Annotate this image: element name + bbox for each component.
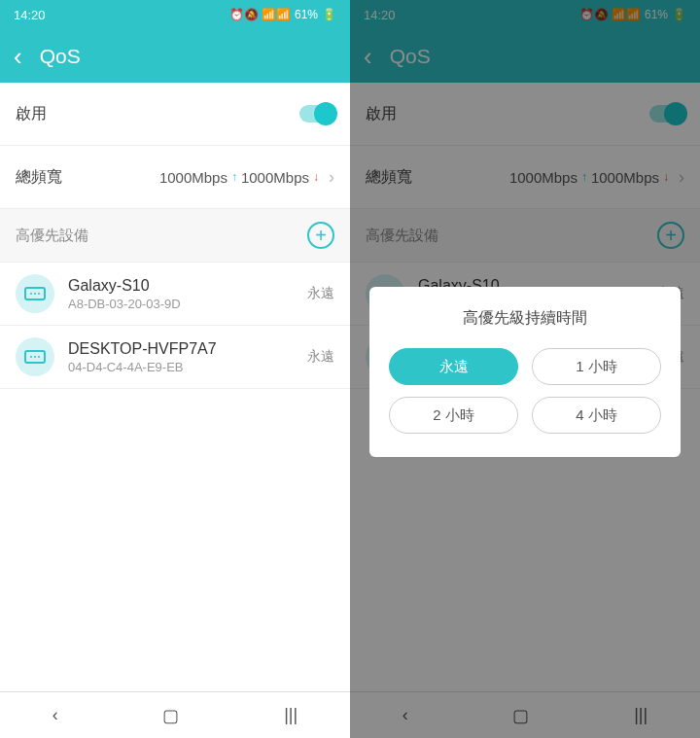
device-row[interactable]: Galaxy-S10 A8-DB-03-20-03-9D 永遠 — [0, 263, 350, 326]
bandwidth-up: 1000Mbps — [159, 169, 228, 186]
bandwidth-down: 1000Mbps — [241, 169, 309, 186]
status-bar: 14:20 ⏰🔕 📶📶 61% 🔋 — [0, 0, 350, 29]
device-mac: 04-D4-C4-4A-E9-EB — [68, 360, 307, 374]
device-icon — [16, 274, 54, 313]
device-duration[interactable]: 永遠 — [307, 348, 334, 366]
screen-main: 14:20 ⏰🔕 📶📶 61% 🔋 ‹ QoS 啟用 總頻寬 1000Mbps↑… — [0, 0, 350, 738]
device-duration[interactable]: 永遠 — [307, 285, 334, 302]
duration-modal: 高優先級持續時間 永遠 1 小時 2 小時 4 小時 — [369, 287, 681, 457]
duration-option-4h[interactable]: 4 小時 — [532, 397, 661, 434]
chevron-right-icon: › — [329, 167, 334, 188]
modal-title: 高優先級持續時間 — [389, 308, 661, 329]
status-time: 14:20 — [14, 8, 46, 22]
page-title: QoS — [40, 45, 81, 68]
screen-modal: 14:20 ⏰🔕 📶📶 61% 🔋 ‹ QoS 啟用 總頻寬 1000Mbps↑… — [350, 0, 700, 738]
device-mac: A8-DB-03-20-03-9D — [68, 297, 307, 311]
app-header: ‹ QoS — [0, 29, 350, 83]
status-icons: ⏰🔕 📶📶 61% 🔋 — [229, 8, 336, 21]
enable-row[interactable]: 啟用 — [0, 83, 350, 146]
nav-back-icon[interactable]: ‹ — [52, 705, 58, 725]
bandwidth-row[interactable]: 總頻寬 1000Mbps↑ 1000Mbps↓ › — [0, 146, 350, 209]
priority-section-header: 高優先設備 + — [0, 209, 350, 263]
device-name: Galaxy-S10 — [68, 277, 307, 295]
nav-home-icon[interactable]: ▢ — [162, 705, 179, 726]
duration-option-1h[interactable]: 1 小時 — [532, 348, 661, 385]
device-name: DESKTOP-HVFP7A7 — [68, 340, 307, 358]
enable-toggle[interactable] — [299, 105, 334, 123]
bandwidth-values: 1000Mbps↑ 1000Mbps↓ › — [159, 167, 334, 188]
device-icon — [16, 337, 54, 376]
arrow-up-icon: ↑ — [231, 170, 237, 184]
nav-recent-icon[interactable]: ||| — [284, 705, 298, 725]
enable-label: 啟用 — [16, 104, 299, 124]
duration-option-forever[interactable]: 永遠 — [389, 348, 518, 385]
system-navbar: ‹ ▢ ||| — [0, 691, 350, 738]
back-icon[interactable]: ‹ — [14, 44, 22, 69]
duration-option-2h[interactable]: 2 小時 — [389, 397, 518, 434]
section-title: 高優先設備 — [16, 227, 307, 245]
arrow-down-icon: ↓ — [313, 170, 319, 184]
add-device-button[interactable]: + — [307, 222, 334, 249]
device-row[interactable]: DESKTOP-HVFP7A7 04-D4-C4-4A-E9-EB 永遠 — [0, 326, 350, 389]
bandwidth-label: 總頻寬 — [16, 167, 159, 188]
